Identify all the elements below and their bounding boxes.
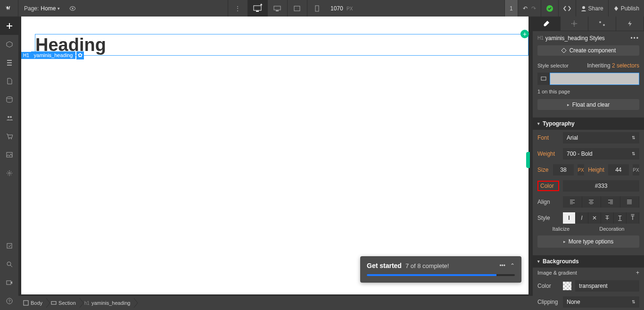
align-center-button[interactable] <box>582 196 602 208</box>
ecommerce-button[interactable] <box>0 127 18 145</box>
undo-button[interactable]: ↶ <box>523 5 528 12</box>
search-button[interactable] <box>0 255 18 273</box>
on-page-count[interactable]: 1 on this page <box>537 89 570 94</box>
size-input[interactable] <box>553 164 574 176</box>
height-unit[interactable]: PX <box>633 164 639 176</box>
font-label: Font <box>537 134 559 141</box>
clipping-select[interactable]: None⇅ <box>563 296 639 308</box>
breadcrumb-body[interactable]: Body <box>20 298 48 308</box>
help-button[interactable]: ? <box>0 292 18 310</box>
overline-button[interactable]: T <box>627 212 639 224</box>
chevron-right-icon: ▸ <box>563 239 566 244</box>
panel-title: yaminis_heading Styles <box>545 35 605 42</box>
toast-collapse-button[interactable]: ⌃ <box>510 262 515 269</box>
preview-button[interactable] <box>66 5 80 12</box>
size-unit[interactable]: PX <box>578 164 584 176</box>
underline-button[interactable]: T <box>614 212 627 224</box>
font-select[interactable]: Arial⇅ <box>563 132 639 143</box>
desktop-icon <box>253 5 262 12</box>
height-input[interactable] <box>608 164 629 176</box>
video-button[interactable] <box>0 273 18 292</box>
create-component-button[interactable]: Create component <box>537 45 639 56</box>
class-input[interactable] <box>550 73 639 85</box>
page-label: Page: <box>24 5 39 12</box>
add-bg-button[interactable]: + <box>636 269 639 276</box>
toast-more-button[interactable]: ••• <box>499 262 505 269</box>
tab-style[interactable] <box>533 17 561 31</box>
float-clear-button[interactable]: ▸ Float and clear <box>537 99 639 110</box>
component-icon <box>561 48 567 53</box>
svg-rect-1 <box>254 6 261 10</box>
more-type-options-button[interactable]: ▸ More type options <box>537 235 639 248</box>
panel-header: H1 yaminis_heading Styles ••• <box>533 31 644 45</box>
share-button[interactable]: Share <box>576 0 608 17</box>
inheriting-info[interactable]: Inheriting 2 selectors <box>587 62 639 69</box>
decoration-sublabel: Decoration <box>599 226 624 232</box>
bg-color-label: Color <box>537 283 559 289</box>
text-color-input[interactable]: #333 <box>563 180 639 192</box>
element-settings-button[interactable]: ✿ <box>76 51 84 59</box>
align-left-button[interactable] <box>563 196 582 208</box>
svg-point-8 <box>582 6 585 9</box>
strike-button[interactable]: T <box>601 212 614 224</box>
page-selector[interactable]: Page: Home ▾ <box>18 5 66 12</box>
decoration-none-button[interactable]: ✕ <box>588 212 601 224</box>
bg-color-swatch[interactable] <box>563 282 571 290</box>
align-right-button[interactable] <box>601 196 620 208</box>
export-code-button[interactable] <box>558 0 576 17</box>
users-button[interactable] <box>0 109 18 127</box>
publish-button[interactable]: Publish <box>608 0 644 17</box>
audit-button[interactable] <box>0 236 18 255</box>
italic-button[interactable]: I <box>576 212 588 224</box>
pages-button[interactable] <box>0 72 18 90</box>
notifications-badge[interactable]: 1 <box>504 0 518 17</box>
weight-select[interactable]: 700 - Bold⇅ <box>563 148 639 159</box>
breadcrumb-section[interactable]: Section <box>48 298 82 308</box>
panel-more-button[interactable]: ••• <box>630 35 639 42</box>
svg-rect-4 <box>276 10 279 11</box>
italic-regular-button[interactable]: I <box>563 212 576 224</box>
assets-button[interactable] <box>0 145 18 164</box>
top-bar: Page: Home ▾ ⋮ 1070 PX 1 ↶ ↷ <box>0 0 644 17</box>
breadcrumb-heading[interactable]: h1 yaminis_heading <box>82 298 136 308</box>
person-icon <box>581 6 586 11</box>
add-elements-button[interactable] <box>0 17 18 35</box>
device-tablet[interactable] <box>287 0 307 17</box>
toast-subtitle: 7 of 8 complete! <box>405 262 449 269</box>
tab-effects[interactable] <box>616 17 644 31</box>
get-started-toast: Get started 7 of 8 complete! ••• ⌃ <box>360 256 521 283</box>
backgrounds-header[interactable]: ▾Backgrounds <box>533 255 644 268</box>
selected-element-outline[interactable]: Heading <box>35 34 528 56</box>
webflow-logo[interactable] <box>0 0 18 17</box>
tab-settings[interactable] <box>561 17 588 31</box>
settings-button[interactable] <box>0 164 18 182</box>
more-icon[interactable]: ⋮ <box>228 0 248 17</box>
selector-state-button[interactable] <box>537 73 550 85</box>
device-phone[interactable] <box>307 0 327 17</box>
add-element-handle[interactable]: + <box>520 30 529 38</box>
status-ok-button[interactable] <box>541 0 558 17</box>
tab-interactions[interactable] <box>588 17 616 31</box>
symbols-button[interactable] <box>0 35 18 53</box>
device-desktop-large[interactable] <box>248 0 267 17</box>
canvas-width-input[interactable]: 1070 PX <box>327 5 356 12</box>
bg-color-value[interactable]: transparent <box>575 280 639 292</box>
interactions-icon <box>598 20 606 27</box>
element-class-label[interactable]: yaminis_heading <box>31 51 76 59</box>
svg-rect-2 <box>256 11 259 12</box>
search-icon <box>6 261 13 268</box>
clipping-label: Clipping <box>537 299 559 305</box>
svg-point-24 <box>599 21 601 23</box>
align-justify-button[interactable] <box>620 196 640 208</box>
heading-element[interactable]: Heading <box>35 34 528 55</box>
navigator-button[interactable] <box>0 53 18 72</box>
class-selector[interactable] <box>537 73 639 85</box>
cube-icon <box>6 41 13 48</box>
redo-button[interactable]: ↷ <box>531 5 536 12</box>
help-indicator[interactable] <box>526 152 530 168</box>
typography-header[interactable]: ▾Typography <box>533 117 644 130</box>
cms-button[interactable] <box>0 90 18 109</box>
design-canvas[interactable]: Heading H1 yaminis_heading ✿ + <box>21 17 528 294</box>
device-desktop[interactable] <box>267 0 287 17</box>
svg-point-17 <box>7 262 11 266</box>
